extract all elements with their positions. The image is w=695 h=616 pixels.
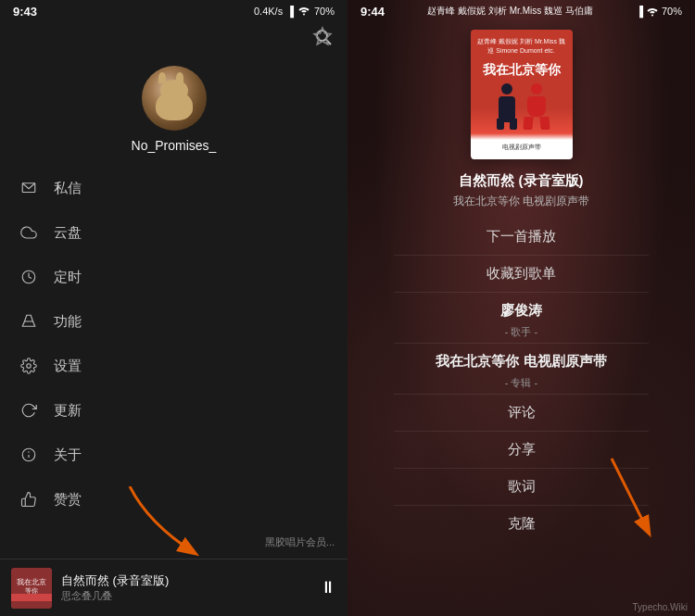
gear-icon <box>19 356 39 376</box>
player-thumbnail: 我在北京 等你 <box>11 568 52 609</box>
signal-text: 0.4K/s <box>254 6 283 17</box>
song-title: 自然而然 (录音室版) <box>459 172 583 190</box>
info-icon <box>19 445 39 465</box>
username-label: No_Promises_ <box>132 138 217 153</box>
menu-item-next[interactable]: 下一首播放 <box>366 219 676 255</box>
album-title-cn: 我在北京等你 <box>483 59 561 78</box>
album-top-text: 赵青峰 戴假妮 刘析 Mr.Miss 魏巡 Simone Dumont etc. <box>471 37 573 56</box>
left-status-bar: 9:43 0.4K/s ▐ 70% <box>0 0 348 22</box>
nav-menu: 私信 云盘 定时 功能 设置 <box>0 166 348 559</box>
bottom-player[interactable]: 我在北京 等你 自然而然 (录音室版) 思念叠几叠 ⏸ <box>0 559 348 616</box>
right-status-artists: 赵青峰 戴假妮 刘析 Mr.Miss 魏巡 马伯庸 <box>427 5 592 18</box>
nav-item-timer[interactable]: 定时 <box>0 255 348 299</box>
flask-icon <box>19 311 39 332</box>
message-icon <box>19 178 39 198</box>
left-search-area <box>0 22 348 57</box>
right-signal-icon: ▐ <box>636 6 643 17</box>
right-wifi-icon <box>646 6 659 17</box>
nav-item-cloud[interactable]: 云盘 <box>0 210 348 255</box>
cloud-icon <box>19 222 39 243</box>
svg-text:我在北京: 我在北京 <box>17 578 46 586</box>
svg-text:等你: 等你 <box>25 587 38 594</box>
pause-button[interactable]: ⏸ <box>320 578 336 597</box>
menu-item-album[interactable]: 我在北京等你 电视剧原声带 <box>366 344 676 380</box>
avatar[interactable] <box>142 66 207 131</box>
right-content: 赵青峰 戴假妮 刘析 Mr.Miss 魏巡 Simone Dumont etc.… <box>348 22 695 542</box>
menu-list: 下一首播放 收藏到歌单 廖俊涛 - 歌手 - 我在北京等你 电视剧原声带 - 专… <box>366 219 676 542</box>
refresh-icon <box>19 400 39 421</box>
battery-text: 70% <box>314 6 335 17</box>
album-figures <box>494 83 550 130</box>
avatar-section: No_Promises_ <box>0 57 348 166</box>
menu-item-lyrics[interactable]: 歌词 <box>366 469 676 505</box>
menu-item-clone[interactable]: 克隆 <box>366 506 676 542</box>
album-bottom-text: 电视剧原声带 <box>471 143 573 152</box>
nav-item-features[interactable]: 功能 <box>0 299 348 344</box>
menu-item-artist[interactable]: 廖俊涛 <box>366 293 676 329</box>
player-subtitle: 思念叠几叠 <box>61 589 310 603</box>
menu-item-share[interactable]: 分享 <box>366 432 676 468</box>
wifi-icon <box>297 5 310 18</box>
nav-item-about[interactable]: 关于 <box>0 433 348 477</box>
right-battery-text: 70% <box>662 6 682 17</box>
player-controls: ⏸ <box>320 578 336 597</box>
svg-rect-11 <box>11 594 52 601</box>
left-time: 9:43 <box>13 5 37 19</box>
right-status-bar: 9:44 赵青峰 戴假妮 刘析 Mr.Miss 魏巡 马伯庸 ▐ 70% <box>348 0 695 22</box>
album-art: 赵青峰 戴假妮 刘析 Mr.Miss 魏巡 Simone Dumont etc.… <box>471 30 573 159</box>
left-status-icons: 0.4K/s ▐ 70% <box>254 5 335 18</box>
nav-item-messages[interactable]: 私信 <box>0 166 348 210</box>
song-subtitle: 我在北京等你 电视剧原声带 <box>453 194 589 209</box>
nav-item-update[interactable]: 更新 <box>0 388 348 433</box>
clock-icon <box>19 267 39 287</box>
menu-item-comment[interactable]: 评论 <box>366 395 676 431</box>
typecho-badge: Typecho.Wiki <box>633 602 688 612</box>
right-panel: 9:44 赵青峰 戴假妮 刘析 Mr.Miss 魏巡 马伯庸 ▐ 70% 赵青峰… <box>348 0 695 616</box>
svg-point-5 <box>27 364 32 369</box>
menu-item-collect[interactable]: 收藏到歌单 <box>366 256 676 292</box>
signal-icon: ▐ <box>286 6 294 17</box>
nav-item-settings[interactable]: 设置 <box>0 344 348 388</box>
player-title: 自然而然 (录音室版) <box>61 572 310 589</box>
star-icon[interactable] <box>312 26 333 51</box>
right-battery: ▐ 70% <box>636 6 682 17</box>
nav-item-reward[interactable]: 赞赏 <box>0 477 348 522</box>
svg-marker-2 <box>314 28 331 44</box>
left-panel: 9:43 0.4K/s ▐ 70% No_Promises_ <box>0 0 348 616</box>
thumb-icon <box>19 489 39 509</box>
vip-label: 黑胶唱片会员... <box>265 535 335 549</box>
right-time: 9:44 <box>360 5 385 19</box>
player-info: 自然而然 (录音室版) 思念叠几叠 <box>61 572 310 603</box>
